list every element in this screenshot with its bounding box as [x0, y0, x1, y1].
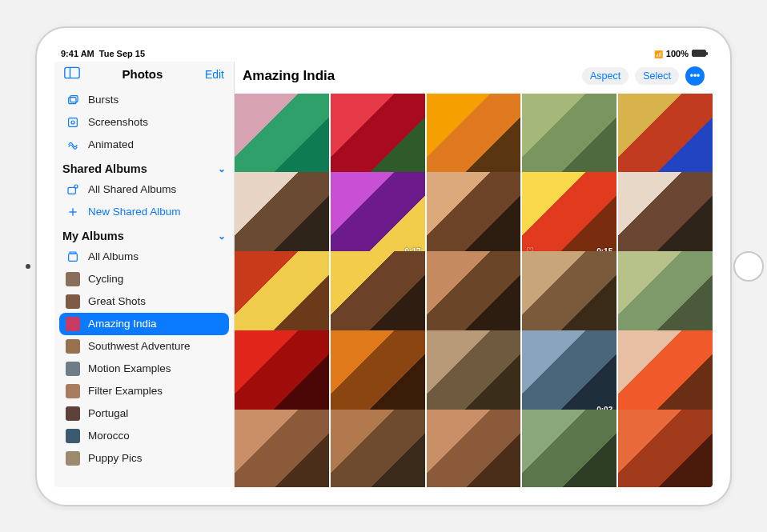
sidebar-item-all-albums[interactable]: All Albums — [59, 246, 229, 268]
my-albums-label: My Albums — [62, 230, 124, 242]
screenshots-icon — [66, 115, 80, 130]
album-thumb-icon — [66, 406, 80, 421]
status-bar: 9:41 AM Tue Sep 15 100% — [54, 46, 713, 62]
plus-icon — [66, 205, 80, 219]
sidebar-item-portugal[interactable]: Portugal — [59, 402, 229, 425]
photo-thumbnail[interactable] — [522, 94, 616, 181]
photo-thumbnail[interactable] — [235, 94, 329, 181]
photo-thumbnail[interactable]: 0:17 — [331, 172, 425, 259]
album-thumb-icon — [66, 362, 80, 376]
home-button[interactable] — [733, 251, 764, 282]
photo-thumbnail[interactable] — [235, 251, 329, 338]
screen: 9:41 AM Tue Sep 15 100% Photos Edit Bu — [54, 46, 713, 487]
album-thumb-icon — [66, 272, 80, 286]
photo-thumbnail[interactable]: 0:03 — [522, 330, 616, 418]
photo-thumbnail[interactable] — [427, 330, 521, 418]
shared-icon — [66, 182, 80, 197]
albums-icon — [66, 250, 80, 264]
battery-percent: 100% — [666, 49, 689, 58]
photo-thumbnail[interactable] — [427, 94, 521, 181]
album-thumb-icon — [66, 294, 80, 309]
photo-thumbnail[interactable] — [235, 330, 329, 418]
sidebar-toggle-icon[interactable] — [64, 66, 80, 82]
sidebar-item-label: Amazing India — [88, 318, 157, 330]
album-thumb-icon — [66, 451, 80, 466]
album-thumb-icon — [66, 339, 80, 354]
sidebar-item-label: All Albums — [88, 250, 139, 262]
sidebar-item-label: Motion Examples — [88, 362, 171, 374]
album-title: Amazing India — [243, 68, 335, 84]
sidebar-item-label: Filter Examples — [88, 385, 163, 397]
sidebar-item-motion-examples[interactable]: Motion Examples — [59, 358, 229, 380]
photo-thumbnail[interactable] — [522, 251, 616, 338]
status-date: Tue Sep 15 — [99, 49, 145, 58]
battery-icon — [692, 50, 706, 57]
sidebar: Photos Edit BurstsScreenshotsAnimated Sh… — [54, 62, 235, 487]
album-thumb-icon — [66, 429, 80, 443]
animated-icon — [66, 138, 80, 152]
chevron-down-icon: ⌄ — [218, 230, 226, 242]
sidebar-item-all-shared-albums[interactable]: All Shared Albums — [59, 178, 229, 201]
svg-point-5 — [71, 121, 74, 124]
more-button[interactable]: ••• — [685, 66, 705, 86]
sidebar-item-amazing-india[interactable]: Amazing India — [59, 313, 229, 335]
sidebar-item-filter-examples[interactable]: Filter Examples — [59, 380, 229, 402]
bursts-icon — [66, 93, 80, 107]
photo-thumbnail[interactable]: 0:15♡ — [522, 172, 616, 259]
svg-rect-10 — [69, 254, 78, 261]
sidebar-item-morocco[interactable]: Morocco — [59, 425, 229, 447]
photo-thumbnail[interactable] — [235, 410, 329, 487]
svg-rect-4 — [69, 118, 78, 126]
photo-thumbnail[interactable] — [618, 94, 713, 181]
status-time: 9:41 AM — [61, 49, 94, 58]
shared-albums-label: Shared Albums — [62, 162, 147, 175]
photo-thumbnail[interactable] — [427, 410, 521, 487]
album-thumb-icon — [66, 317, 80, 331]
photo-thumbnail[interactable] — [618, 172, 713, 259]
chevron-down-icon: ⌄ — [218, 163, 226, 174]
photo-thumbnail[interactable] — [522, 410, 616, 487]
svg-rect-6 — [68, 187, 75, 194]
photo-thumbnail[interactable] — [618, 251, 713, 338]
sidebar-item-label: Puppy Pics — [88, 452, 143, 464]
sidebar-item-label: Portugal — [88, 407, 128, 419]
svg-point-7 — [74, 185, 78, 188]
shared-albums-section[interactable]: Shared Albums ⌄ — [54, 156, 234, 178]
sidebar-item-animated[interactable]: Animated — [59, 134, 229, 156]
sidebar-item-label: New Shared Album — [88, 206, 181, 218]
photo-thumbnail[interactable] — [331, 410, 425, 487]
sidebar-item-bursts[interactable]: Bursts — [59, 89, 229, 111]
my-albums-section[interactable]: My Albums ⌄ — [54, 223, 234, 246]
sidebar-title: Photos — [80, 67, 205, 81]
sidebar-item-label: All Shared Albums — [88, 183, 176, 195]
sidebar-item-puppy-pics[interactable]: Puppy Pics — [59, 447, 229, 470]
photo-thumbnail[interactable] — [618, 330, 713, 418]
sidebar-item-label: Screenshots — [88, 116, 148, 128]
photo-thumbnail[interactable] — [427, 251, 521, 338]
sidebar-item-label: Cycling — [88, 273, 123, 285]
sidebar-item-label: Great Shots — [88, 295, 146, 307]
aspect-button[interactable]: Aspect — [582, 67, 628, 85]
photo-thumbnail[interactable] — [427, 172, 521, 259]
select-button[interactable]: Select — [635, 67, 679, 85]
photo-thumbnail[interactable] — [331, 94, 425, 181]
svg-rect-2 — [69, 97, 76, 103]
album-thumb-icon — [66, 384, 80, 398]
sidebar-item-cycling[interactable]: Cycling — [59, 268, 229, 290]
photo-thumbnail[interactable] — [331, 330, 425, 418]
photo-thumbnail[interactable] — [331, 251, 425, 338]
ipad-frame: 9:41 AM Tue Sep 15 100% Photos Edit Bu — [35, 26, 732, 506]
sidebar-item-screenshots[interactable]: Screenshots — [59, 111, 229, 134]
edit-button[interactable]: Edit — [205, 68, 224, 81]
sidebar-item-great-shots[interactable]: Great Shots — [59, 290, 229, 313]
sidebar-item-label: Bursts — [88, 94, 118, 106]
main-pane: Amazing India Aspect Select ••• 0:170:15… — [235, 62, 713, 487]
photo-thumbnail[interactable] — [618, 410, 713, 487]
photo-thumbnail[interactable] — [235, 172, 329, 259]
sidebar-item-label: Morocco — [88, 430, 130, 442]
svg-rect-0 — [65, 67, 79, 78]
sidebar-item-label: Animated — [88, 138, 134, 150]
sidebar-item-southwest-adventure[interactable]: Southwest Adventure — [59, 335, 229, 358]
camera-dot — [26, 264, 30, 269]
sidebar-item-new-shared-album[interactable]: New Shared Album — [59, 201, 229, 223]
